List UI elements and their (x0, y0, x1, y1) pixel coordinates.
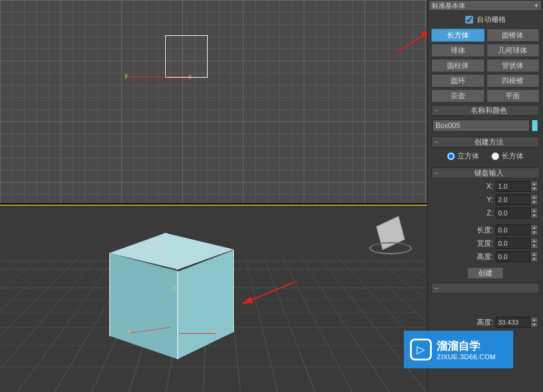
viewport-area: x y z x y (0, 0, 427, 392)
height-spinner[interactable]: ▲▼ (496, 251, 538, 262)
autogrid-label: 自动栅格 (477, 15, 506, 25)
height-label: 高度: (469, 252, 493, 262)
viewcube[interactable] (372, 218, 409, 254)
x-spinner[interactable]: ▲▼ (496, 181, 538, 192)
param-height-spinner[interactable]: ▲▼ (496, 317, 538, 328)
x-label: X: (469, 182, 493, 191)
rollout-title: 名称和颜色 (441, 106, 536, 116)
rollout-title: 键盘输入 (441, 168, 536, 178)
object-color-swatch[interactable] (531, 120, 538, 132)
spinner-up-icon[interactable]: ▲ (531, 208, 538, 214)
param-height-label: 高度: (469, 317, 493, 328)
spinner-up-icon[interactable]: ▲ (531, 225, 538, 231)
primitive-plane-button[interactable]: 平面 (487, 89, 540, 103)
spinner-up-icon[interactable]: ▲ (531, 181, 538, 187)
gizmo-z-label: z (173, 285, 177, 292)
spinner-down-icon[interactable]: ▼ (531, 323, 538, 328)
z-label: Z: (469, 209, 493, 217)
y-spinner[interactable]: ▲▼ (496, 194, 538, 205)
spinner-down-icon[interactable]: ▼ (531, 214, 538, 218)
axis-x-line (128, 76, 188, 77)
gizmo-x-label: x (213, 327, 216, 334)
axis-y-line (186, 15, 187, 33)
rollout-parameters[interactable]: − (431, 283, 539, 294)
category-dropdown[interactable]: 标准基本体 ▼ (429, 0, 542, 11)
play-icon: ▷ (410, 339, 432, 360)
create-button[interactable]: 创建 (467, 267, 504, 279)
rollout-name-color[interactable]: − 名称和颜色 (431, 105, 539, 116)
x-input[interactable] (496, 181, 531, 192)
autogrid-checkbox[interactable] (465, 16, 473, 24)
creation-cube-radio[interactable] (447, 152, 455, 160)
creation-cube-label: 立方体 (457, 151, 479, 161)
gizmo-y-label: y (128, 327, 131, 334)
watermark-url: ZIXUE.3D66.COM (437, 353, 496, 360)
watermark: ▷ 溜溜自学 ZIXUE.3D66.COM (404, 331, 513, 368)
spinner-up-icon[interactable]: ▲ (531, 317, 538, 323)
width-spinner[interactable]: ▲▼ (496, 238, 538, 249)
chevron-down-icon: ▼ (534, 3, 539, 8)
primitive-geosphere-button[interactable]: 几何球体 (487, 44, 540, 57)
wireframe-box[interactable] (165, 35, 208, 78)
primitive-pyramid-button[interactable]: 四棱锥 (487, 74, 540, 87)
param-height-input[interactable] (496, 317, 531, 328)
y-label: Y: (469, 195, 493, 204)
rollout-title: 创建方法 (441, 137, 536, 147)
cube-object[interactable]: z x y (109, 233, 234, 360)
cube-face-left (109, 253, 178, 359)
width-input[interactable] (496, 238, 531, 249)
spinner-down-icon[interactable]: ▼ (531, 231, 538, 235)
spinner-down-icon[interactable]: ▼ (531, 200, 538, 205)
creation-cuboid-radio[interactable] (491, 152, 499, 160)
collapse-icon: − (434, 106, 439, 115)
axis-x-label: x (188, 73, 192, 80)
primitive-tube-button[interactable]: 管状体 (487, 59, 540, 72)
axis-y-label: y (125, 72, 128, 79)
viewcube-ring[interactable] (369, 242, 412, 254)
watermark-title: 溜溜自学 (437, 339, 496, 353)
spinner-down-icon[interactable]: ▼ (531, 187, 538, 192)
length-input[interactable] (496, 225, 531, 235)
perspective-viewport[interactable]: z x y (0, 204, 427, 392)
rollout-keyboard-entry[interactable]: − 键盘输入 (431, 167, 539, 178)
z-input[interactable] (496, 208, 531, 218)
width-label: 宽度: (469, 238, 493, 249)
spinner-up-icon[interactable]: ▲ (531, 238, 538, 244)
gizmo-x-line (179, 333, 216, 334)
viewport-grid-major (0, 0, 427, 203)
category-dropdown-label: 标准基本体 (432, 1, 465, 10)
primitive-button-grid: 长方体 圆锥体 球体 几何球体 圆柱体 管状体 圆环 四棱锥 茶壶 平面 (428, 29, 543, 103)
creation-cuboid-label: 长方体 (502, 151, 524, 161)
primitive-torus-button[interactable]: 圆环 (431, 74, 485, 87)
primitive-box-button[interactable]: 长方体 (431, 29, 485, 42)
primitive-sphere-button[interactable]: 球体 (431, 44, 485, 57)
collapse-icon: − (434, 169, 439, 177)
height-input[interactable] (496, 251, 531, 262)
collapse-icon: − (434, 138, 439, 146)
object-name-input[interactable] (432, 120, 530, 132)
primitive-teapot-button[interactable]: 茶壶 (431, 89, 485, 103)
top-viewport[interactable]: x y (0, 0, 427, 203)
primitive-cylinder-button[interactable]: 圆柱体 (431, 59, 485, 72)
spinner-down-icon[interactable]: ▼ (531, 244, 538, 249)
collapse-icon: − (434, 284, 439, 292)
z-spinner[interactable]: ▲▼ (496, 208, 538, 218)
y-input[interactable] (496, 194, 531, 205)
spinner-up-icon[interactable]: ▲ (531, 195, 538, 200)
spinner-up-icon[interactable]: ▲ (531, 252, 538, 257)
primitive-cone-button[interactable]: 圆锥体 (487, 29, 540, 42)
length-label: 长度: (469, 225, 493, 235)
spinner-down-icon[interactable]: ▼ (531, 257, 538, 262)
length-spinner[interactable]: ▲▼ (496, 225, 538, 235)
rollout-creation-method[interactable]: − 创建方法 (431, 137, 539, 147)
